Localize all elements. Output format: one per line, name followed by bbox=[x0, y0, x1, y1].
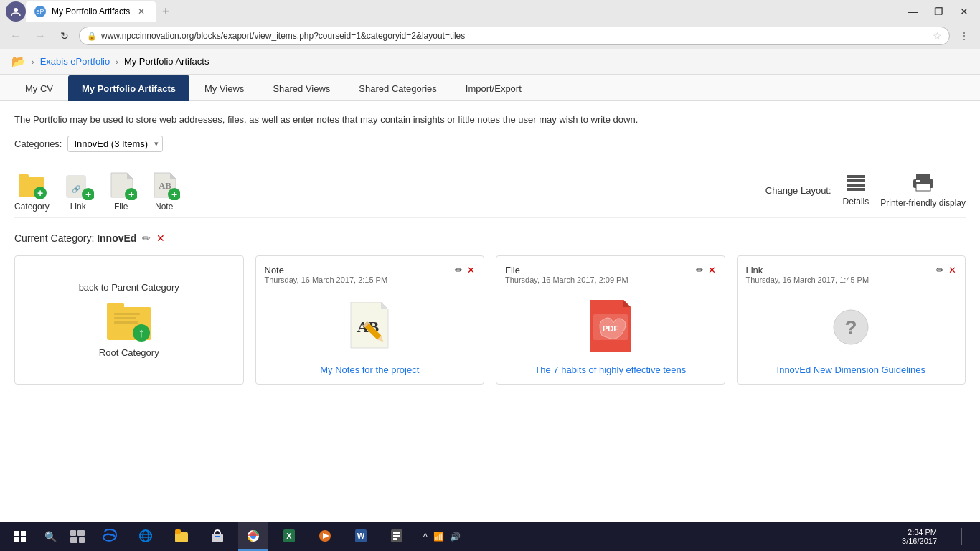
folder-icon: ↑ bbox=[104, 300, 154, 342]
taskbar-store-app[interactable] bbox=[202, 522, 232, 551]
edit-category-icon[interactable]: ✏ bbox=[142, 232, 151, 244]
taskbar: 🔍 bbox=[0, 522, 980, 551]
tab-shared-categories[interactable]: Shared Categories bbox=[345, 75, 450, 101]
current-category: Current Category: InnovEd ✏ ✕ bbox=[14, 232, 966, 244]
tab-title: My Portfolio Artifacts bbox=[52, 6, 130, 17]
add-category-button[interactable]: + Category bbox=[14, 170, 50, 212]
svg-point-49 bbox=[140, 530, 151, 542]
svg-text:+: + bbox=[37, 187, 43, 199]
svg-text:W: W bbox=[357, 532, 365, 540]
new-tab-button[interactable]: + bbox=[156, 1, 176, 22]
link-tile-label[interactable]: InnovEd New Dimension Guidelines bbox=[746, 364, 957, 375]
start-button[interactable] bbox=[6, 525, 34, 548]
svg-rect-30 bbox=[114, 321, 138, 324]
svg-point-0 bbox=[14, 8, 18, 12]
forward-button[interactable]: → bbox=[30, 26, 50, 46]
taskbar-chrome-app[interactable] bbox=[238, 522, 268, 551]
note-delete-icon[interactable]: ✕ bbox=[467, 265, 475, 276]
tile-link: Link Thursday, 16 March 2017, 1:45 PM ✏ … bbox=[737, 255, 966, 385]
show-desktop-button[interactable] bbox=[948, 522, 974, 551]
volume-icon[interactable]: 🔊 bbox=[450, 532, 461, 542]
tile-file: File Thursday, 16 March 2017, 2:09 PM ✏ … bbox=[496, 255, 725, 385]
svg-rect-55 bbox=[212, 534, 223, 542]
link-tile-date: Thursday, 16 March 2017, 1:45 PM bbox=[746, 276, 870, 284]
categories-label: Categories: bbox=[14, 138, 62, 149]
breadcrumb-link-eportfolio[interactable]: Exabis ePortfolio bbox=[40, 56, 110, 67]
taskbar-edge-app[interactable] bbox=[95, 522, 125, 551]
tab-my-views[interactable]: My Views bbox=[191, 75, 258, 101]
tile-back-to-parent: back to Parent Category ↑ bbox=[14, 255, 244, 385]
current-category-name: InnovEd bbox=[97, 232, 136, 244]
browser-tab[interactable]: eP My Portfolio Artifacts ✕ bbox=[26, 1, 156, 22]
add-note-button[interactable]: AB + Note bbox=[150, 170, 179, 212]
taskbar-search-button[interactable]: 🔍 bbox=[40, 527, 60, 547]
svg-text:PDF: PDF bbox=[603, 324, 618, 333]
refresh-button[interactable]: ↻ bbox=[55, 26, 75, 46]
taskbar-ie-app[interactable] bbox=[131, 522, 161, 551]
task-view-button[interactable] bbox=[66, 525, 89, 548]
add-file-button[interactable]: + File bbox=[107, 170, 136, 212]
link-delete-icon[interactable]: ✕ bbox=[948, 265, 956, 276]
svg-rect-47 bbox=[70, 537, 77, 543]
action-bar: + Category 🔗 + bbox=[14, 164, 966, 218]
file-delete-icon[interactable]: ✕ bbox=[708, 265, 716, 276]
show-hidden-icons[interactable]: ^ bbox=[423, 532, 428, 542]
printer-icon bbox=[913, 174, 933, 195]
svg-rect-28 bbox=[114, 313, 140, 315]
categories-select[interactable]: InnovEd (3 Items) bbox=[67, 136, 163, 152]
breadcrumb: 📂 › Exabis ePortfolio › My Portfolio Art… bbox=[0, 49, 980, 75]
close-button[interactable]: ✕ bbox=[954, 1, 974, 22]
minimize-button[interactable]: — bbox=[903, 1, 923, 22]
taskbar-word-app[interactable]: W bbox=[346, 522, 376, 551]
tab-my-portfolio-artifacts[interactable]: My Portfolio Artifacts bbox=[68, 75, 189, 101]
svg-marker-40 bbox=[623, 300, 631, 307]
tab-import-export[interactable]: Import/Export bbox=[452, 75, 535, 101]
svg-text:+: + bbox=[128, 189, 134, 200]
svg-rect-29 bbox=[114, 317, 136, 319]
svg-rect-68 bbox=[393, 538, 397, 540]
file-tile-title: File bbox=[505, 265, 628, 276]
restore-button[interactable]: ❐ bbox=[928, 1, 948, 22]
taskbar-time-display: 2:34 PM bbox=[902, 528, 937, 537]
back-button[interactable]: ← bbox=[6, 26, 26, 46]
svg-text:?: ? bbox=[845, 316, 857, 339]
svg-rect-53 bbox=[175, 532, 188, 542]
link-edit-icon[interactable]: ✏ bbox=[936, 265, 944, 276]
address-text: www.npccinnovation.org/blocks/exaport/vi… bbox=[101, 31, 928, 41]
tab-shared-views[interactable]: Shared Views bbox=[259, 75, 344, 101]
note-icon: AB bbox=[348, 302, 391, 352]
taskbar-explorer-app[interactable] bbox=[166, 522, 197, 551]
delete-category-icon[interactable]: ✕ bbox=[156, 232, 165, 244]
svg-text:↑: ↑ bbox=[138, 326, 144, 340]
note-edit-icon[interactable]: ✏ bbox=[455, 265, 463, 276]
tab-favicon: eP bbox=[34, 6, 46, 17]
back-to-parent-title: back to Parent Category bbox=[79, 282, 179, 293]
svg-rect-67 bbox=[393, 535, 400, 537]
svg-text:+: + bbox=[85, 189, 91, 200]
svg-rect-54 bbox=[175, 529, 181, 534]
address-bar[interactable]: 🔒 www.npccinnovation.org/blocks/exaport/… bbox=[79, 27, 950, 45]
extensions-button[interactable]: ⋮ bbox=[954, 26, 974, 46]
link-icon: ? bbox=[832, 309, 870, 346]
svg-text:+: + bbox=[171, 189, 177, 200]
tab-my-cv[interactable]: My CV bbox=[11, 75, 67, 101]
taskbar-date-display: 3/16/2017 bbox=[902, 537, 937, 545]
printer-layout-button[interactable]: Printer-friendly display bbox=[880, 174, 966, 208]
layout-label: Change Layout: bbox=[765, 185, 831, 196]
file-edit-icon[interactable]: ✏ bbox=[696, 265, 704, 276]
network-icon[interactable]: 📶 bbox=[433, 532, 444, 542]
taskbar-notes-app[interactable] bbox=[382, 522, 412, 551]
add-link-button[interactable]: 🔗 + Link bbox=[64, 170, 93, 212]
file-tile-label[interactable]: The 7 habits of highly effective teens bbox=[505, 364, 716, 375]
taskbar-excel-app[interactable]: X bbox=[274, 522, 304, 551]
profile-icon bbox=[6, 1, 26, 22]
taskbar-media-app[interactable] bbox=[310, 522, 340, 551]
svg-rect-18 bbox=[847, 175, 865, 178]
tiles-grid: back to Parent Category ↑ bbox=[14, 255, 966, 385]
details-layout-button[interactable]: Details bbox=[843, 175, 870, 207]
note-tile-label[interactable]: My Notes for the project bbox=[265, 364, 476, 375]
svg-rect-20 bbox=[847, 184, 865, 187]
tab-close-button[interactable]: ✕ bbox=[136, 6, 147, 17]
bookmark-icon[interactable]: ☆ bbox=[933, 30, 942, 42]
current-category-label: Current Category: bbox=[14, 232, 94, 244]
